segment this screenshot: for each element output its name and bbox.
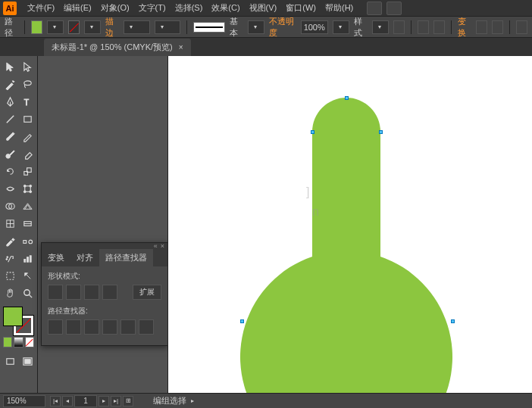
rectangle-tool[interactable] (19, 111, 36, 127)
free-transform-tool[interactable] (19, 180, 36, 197)
width-tool[interactable] (2, 180, 18, 197)
zoom-select[interactable] (3, 395, 45, 407)
blob-brush-tool[interactable] (2, 145, 18, 162)
menu-effect[interactable]: 效果(C) (207, 1, 244, 15)
pencil-tool[interactable] (19, 128, 36, 145)
selection-tool[interactable] (2, 58, 18, 75)
color-mode-solid[interactable] (3, 337, 12, 347)
artboard-number-input[interactable] (74, 395, 97, 407)
opacity-label[interactable]: 不透明度 (269, 16, 296, 39)
eraser-tool[interactable] (19, 145, 36, 162)
rotate-tool[interactable] (2, 163, 18, 179)
menu-object[interactable]: 对象(O) (96, 1, 134, 15)
artboard-tool[interactable] (2, 267, 18, 284)
status-dropdown-icon[interactable]: ▸ (191, 397, 194, 404)
direct-selection-tool[interactable] (19, 58, 36, 75)
symbol-sprayer-tool[interactable] (2, 250, 18, 266)
screen-mode-toggle[interactable] (19, 353, 36, 369)
color-mode-none[interactable] (25, 337, 34, 347)
close-icon[interactable]: × (179, 43, 183, 51)
stroke-dropdown[interactable] (84, 20, 101, 34)
menu-file[interactable]: 文件(F) (23, 1, 59, 15)
brush-dropdown[interactable] (248, 20, 264, 34)
merge-button[interactable] (84, 319, 99, 335)
canvas[interactable]: ] n (168, 56, 532, 393)
menu-view[interactable]: 视图(V) (245, 1, 282, 15)
menu-select[interactable]: 选择(S) (171, 1, 208, 15)
hand-tool[interactable] (2, 285, 18, 301)
stroke-profile-dropdown[interactable] (155, 20, 181, 34)
zoom-tool[interactable] (19, 285, 36, 301)
magic-wand-tool[interactable] (2, 76, 18, 92)
stroke-weight-dropdown[interactable] (124, 20, 150, 34)
crop-button[interactable] (102, 319, 117, 335)
column-graph-tool[interactable] (19, 250, 36, 266)
perspective-grid-tool[interactable] (19, 198, 36, 214)
panel-close-icon[interactable]: × (161, 242, 164, 250)
anchor-point[interactable] (240, 319, 244, 323)
brush-preview[interactable] (193, 22, 224, 33)
document-tab[interactable]: 未标题-1* @ 150% (CMYK/预览) × (44, 39, 191, 56)
fill-dropdown[interactable] (47, 20, 64, 34)
scale-tool[interactable] (19, 163, 36, 179)
intersect-button[interactable] (84, 285, 99, 300)
outline-button[interactable] (120, 319, 136, 335)
fill-color[interactable] (3, 307, 23, 326)
opacity-dropdown[interactable] (333, 20, 349, 34)
artboard-nav-button[interactable]: ⊞ (123, 396, 133, 406)
tab-align[interactable]: 对齐 (70, 249, 99, 266)
layout-icon[interactable] (367, 2, 382, 15)
type-tool[interactable]: T (19, 93, 36, 110)
stroke-label[interactable]: 描边 (105, 16, 119, 39)
panel-collapse-icon[interactable]: « (154, 242, 158, 250)
line-tool[interactable] (2, 111, 18, 127)
recolor-button[interactable] (393, 20, 405, 34)
artwork-shape[interactable] (229, 98, 464, 393)
extra-button[interactable] (516, 20, 527, 34)
eyedropper-tool[interactable] (2, 232, 18, 249)
lasso-tool[interactable] (19, 76, 36, 92)
exclude-button[interactable] (102, 285, 117, 300)
pen-tool[interactable] (2, 93, 18, 110)
minus-back-button[interactable] (139, 319, 154, 335)
fill-swatch[interactable] (31, 20, 42, 34)
anchor-point[interactable] (311, 130, 315, 134)
tab-transform[interactable]: 变换 (42, 249, 70, 266)
anchor-point[interactable] (345, 96, 349, 100)
blend-tool[interactable] (19, 232, 36, 249)
menu-edit[interactable]: 编辑(E) (59, 1, 96, 15)
align-button[interactable] (418, 20, 429, 34)
panel-handle[interactable]: «× (42, 243, 167, 249)
divide-button[interactable] (48, 319, 63, 335)
shape-builder-tool[interactable] (2, 198, 18, 214)
prev-artboard-button[interactable]: ◂ (62, 396, 73, 406)
paintbrush-tool[interactable] (2, 128, 18, 145)
menu-help[interactable]: 帮助(H) (321, 1, 358, 15)
tab-pathfinder[interactable]: 路径查找器 (99, 249, 153, 266)
next-artboard-button[interactable]: ▸ (99, 396, 109, 406)
gradient-tool[interactable] (19, 215, 36, 232)
arrange-icon[interactable] (386, 2, 402, 15)
mesh-tool[interactable] (2, 215, 18, 232)
transform-label[interactable]: 变换 (458, 16, 471, 39)
first-artboard-button[interactable]: |◂ (50, 396, 61, 406)
unite-button[interactable] (48, 285, 63, 300)
style-dropdown[interactable] (372, 20, 389, 34)
menu-type[interactable]: 文字(T) (134, 1, 171, 15)
stroke-swatch[interactable] (68, 20, 80, 34)
expand-button[interactable]: 扩展 (133, 285, 161, 300)
watermark: ] (306, 185, 309, 199)
minus-front-button[interactable] (66, 285, 81, 300)
anchor-point[interactable] (379, 130, 383, 134)
isolate-button[interactable] (476, 20, 487, 34)
last-artboard-button[interactable]: ▸| (111, 396, 121, 406)
opacity-input[interactable] (301, 20, 328, 34)
shape-button[interactable] (433, 20, 445, 34)
menu-window[interactable]: 窗口(W) (281, 1, 321, 15)
edit-button[interactable] (492, 20, 503, 34)
screen-mode-normal[interactable] (2, 353, 18, 369)
trim-button[interactable] (66, 319, 81, 335)
color-mode-gradient[interactable] (14, 337, 23, 347)
anchor-point[interactable] (451, 319, 455, 323)
slice-tool[interactable] (19, 267, 36, 284)
